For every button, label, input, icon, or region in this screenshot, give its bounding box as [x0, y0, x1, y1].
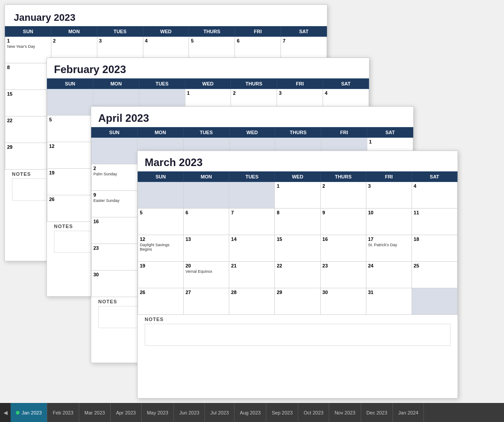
- mar-header-fri: FRI: [366, 172, 412, 182]
- table-cell: 16: [92, 217, 138, 244]
- tab-mar-2023[interactable]: Mar 2023: [79, 403, 111, 422]
- apr-header-sun: SUN: [92, 128, 138, 138]
- tab-prev-button[interactable]: ◀: [0, 403, 11, 422]
- table-cell: 1: [275, 182, 320, 209]
- tab-sep-2023[interactable]: Sep 2023: [266, 403, 298, 422]
- table-cell: 22: [275, 262, 320, 288]
- table-cell: 24: [366, 262, 412, 288]
- march-table: SUN MON TUES WED THURS FRI SAT 1 2 3: [138, 171, 458, 315]
- table-cell: 9Easter Sunday: [92, 191, 138, 217]
- jan-header-mon: MON: [51, 27, 97, 37]
- table-cell: 26: [47, 195, 93, 222]
- table-cell: 3: [366, 182, 412, 209]
- tab-feb-2023[interactable]: Feb 2023: [47, 403, 79, 422]
- card-march: March 2023 SUN MON TUES WED THURS FRI SA…: [137, 151, 458, 399]
- tab-may-2023[interactable]: May 2023: [142, 403, 174, 422]
- feb-header-mon: MON: [93, 79, 139, 89]
- table-cell: 31: [366, 288, 412, 315]
- march-notes-label: NOTES: [138, 315, 458, 324]
- table-cell: 6: [184, 209, 229, 235]
- feb-header-fri: FRI: [277, 79, 323, 89]
- mar-header-mon: MON: [184, 172, 229, 182]
- feb-header-tue: TUES: [139, 79, 185, 89]
- apr-header-fri: FRI: [321, 128, 367, 138]
- table-cell: 29: [5, 143, 51, 170]
- jan-header-thu: THURS: [189, 27, 235, 37]
- table-cell: 5: [47, 116, 93, 142]
- table-cell: 16: [320, 235, 366, 262]
- table-cell: 18: [412, 235, 457, 262]
- main-area: 2023 12-MONTH CALENDAR January 2023 SUN …: [0, 0, 504, 403]
- feb-header-sun: SUN: [47, 79, 93, 89]
- table-cell: 12Daylight Savings Begins: [138, 235, 184, 262]
- march-title: March 2023: [138, 151, 458, 171]
- mar-header-sun: SUN: [138, 172, 184, 182]
- table-cell: 13: [184, 235, 229, 262]
- apr-header-mon: MON: [137, 128, 183, 138]
- jan-header-sat: SAT: [281, 27, 327, 37]
- table-cell: [229, 182, 275, 209]
- table-cell: 15: [5, 90, 51, 116]
- feb-header-sat: SAT: [323, 79, 369, 89]
- table-cell: 5: [138, 209, 184, 235]
- table-row: 19 20Vernal Equinox 21 22 23 24 25: [138, 262, 458, 288]
- table-cell: 25: [412, 262, 457, 288]
- tab-bar: ◀ Jan 2023 Feb 2023 Mar 2023 Apr 2023 Ma…: [0, 403, 504, 422]
- table-row: 12Daylight Savings Begins 13 14 15 16 17…: [138, 235, 458, 262]
- table-cell: 19: [138, 262, 184, 288]
- table-cell: [138, 182, 184, 209]
- apr-header-tue: TUES: [183, 128, 229, 138]
- table-cell: 23: [92, 244, 138, 271]
- table-cell: [184, 182, 229, 209]
- table-cell: 9: [320, 209, 366, 235]
- table-row: 26 27 28 29 30 31: [138, 288, 458, 315]
- table-row: 5 6 7 8 9 10 11: [138, 209, 458, 235]
- january-title: January 2023: [5, 5, 327, 26]
- tab-jan-2024[interactable]: Jan 2024: [393, 403, 424, 422]
- table-cell: 7: [229, 209, 275, 235]
- mar-header-tue: TUES: [229, 172, 275, 182]
- tab-dec-2023[interactable]: Dec 2023: [361, 403, 393, 422]
- mar-header-sat: SAT: [412, 172, 457, 182]
- jan-header-sun: SUN: [5, 27, 51, 37]
- table-cell: 11: [412, 209, 457, 235]
- table-cell: 15: [275, 235, 320, 262]
- table-cell: 1New Year's Day: [5, 37, 51, 63]
- table-cell: [92, 138, 138, 164]
- table-cell: [47, 89, 93, 116]
- february-title: February 2023: [47, 58, 369, 78]
- mar-header-thu: THURS: [320, 172, 366, 182]
- table-cell: 30: [92, 271, 138, 297]
- table-cell: 28: [229, 288, 275, 315]
- mar-header-wed: WED: [275, 172, 320, 182]
- jan-header-fri: FRI: [235, 27, 281, 37]
- march-notes-area[interactable]: [145, 324, 450, 346]
- table-cell: 17St. Patrick's Day: [366, 235, 412, 262]
- feb-header-wed: WED: [185, 79, 231, 89]
- table-cell: 26: [138, 288, 184, 315]
- april-title: April 2023: [91, 107, 413, 127]
- apr-header-thu: THURS: [275, 128, 321, 138]
- jan-header-tue: TUES: [97, 27, 143, 37]
- table-cell: 19: [47, 169, 93, 195]
- tab-jan-2023[interactable]: Jan 2023: [11, 403, 47, 422]
- tab-apr-2023[interactable]: Apr 2023: [111, 403, 142, 422]
- table-cell: 4: [412, 182, 457, 209]
- table-cell: 12: [47, 142, 93, 169]
- tab-jun-2023[interactable]: Jun 2023: [174, 403, 205, 422]
- apr-header-wed: WED: [229, 128, 275, 138]
- table-cell: 23: [320, 262, 366, 288]
- tab-nov-2023[interactable]: Nov 2023: [329, 403, 361, 422]
- table-cell: 10: [366, 209, 412, 235]
- tab-aug-2023[interactable]: Aug 2023: [235, 403, 266, 422]
- apr-header-sat: SAT: [367, 128, 413, 138]
- table-cell: 21: [229, 262, 275, 288]
- active-tab-indicator: [16, 411, 19, 414]
- table-cell: 8: [5, 63, 51, 90]
- tab-jul-2023[interactable]: Jul 2023: [205, 403, 235, 422]
- tab-oct-2023[interactable]: Oct 2023: [298, 403, 329, 422]
- table-cell: 2Palm Sunday: [92, 164, 138, 191]
- table-cell: 30: [320, 288, 366, 315]
- feb-header-thu: THURS: [231, 79, 277, 89]
- table-cell: 2: [320, 182, 366, 209]
